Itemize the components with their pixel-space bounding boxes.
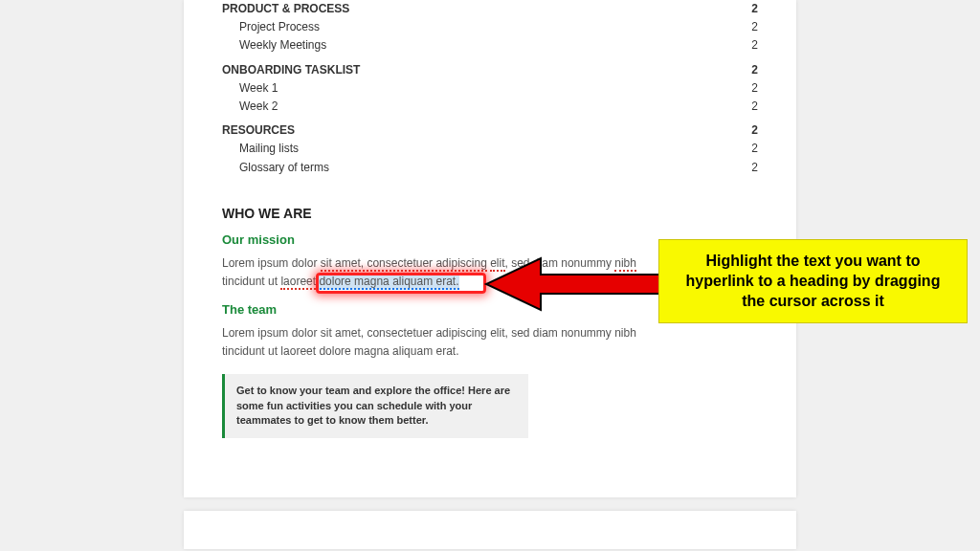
toc-row[interactable]: PRODUCT & PROCESS2 [222, 0, 758, 18]
toc-page-number: 2 [751, 61, 758, 79]
table-of-contents: PRODUCT & PROCESS2Project Process2Weekly… [222, 0, 758, 177]
tip-block[interactable]: Get to know your team and explore the of… [222, 374, 528, 437]
text-spell-error[interactable]: elit [490, 256, 504, 272]
toc-page-number: 2 [751, 0, 758, 18]
toc-row[interactable]: Project Process2 [222, 18, 758, 36]
toc-page-number: 2 [751, 79, 758, 98]
toc-label[interactable]: Mailing lists [222, 140, 299, 158]
toc-page-number: 2 [751, 159, 758, 177]
next-page-edge [184, 511, 796, 549]
toc-row[interactable]: ONBOARDING TASKLIST2 [222, 61, 758, 79]
text-spell-error[interactable]: laoreet [280, 275, 316, 290]
text-spell-error[interactable]: nibh [614, 256, 636, 272]
toc-page-number: 2 [751, 121, 758, 140]
text-grammar-error[interactable]: d [523, 256, 530, 272]
toc-label[interactable]: Week 2 [222, 98, 278, 116]
annotation-callout: Highlight the text you want to hyperlink… [658, 239, 968, 323]
section-heading-who-we-are[interactable]: WHO WE ARE [222, 206, 758, 221]
toc-row[interactable]: Weekly Meetings2 [222, 36, 758, 55]
text-plain[interactable]: , se [505, 256, 523, 270]
text-plain[interactable]: diam nonummy [530, 256, 615, 270]
toc-label[interactable]: ONBOARDING TASKLIST [222, 61, 360, 79]
toc-label[interactable]: Week 1 [222, 79, 278, 98]
toc-row[interactable]: Week 12 [222, 79, 758, 98]
text-plain[interactable]: Lorem ipsum dolor [222, 256, 321, 270]
toc-row[interactable]: RESOURCES2 [222, 121, 758, 140]
toc-label[interactable]: Weekly Meetings [222, 36, 326, 55]
toc-label[interactable]: Glossary of terms [222, 159, 329, 177]
toc-page-number: 2 [751, 18, 758, 36]
text-plain[interactable]: Lorem ipsum dolor sit amet, consectetuer… [222, 326, 636, 340]
selected-text[interactable]: dolore magna aliquam erat. [316, 275, 458, 290]
team-paragraph[interactable]: Lorem ipsum dolor sit amet, consectetuer… [222, 324, 758, 361]
text-plain[interactable]: tincidunt ut [222, 275, 280, 288]
toc-label[interactable]: PRODUCT & PROCESS [222, 0, 349, 18]
toc-page-number: 2 [751, 36, 758, 55]
toc-page-number: 2 [751, 98, 758, 116]
toc-row[interactable]: Mailing lists2 [222, 140, 758, 158]
toc-label[interactable]: RESOURCES [222, 121, 295, 140]
text-spell-error[interactable]: sit amet, consectetuer adipiscing [321, 256, 487, 272]
text-plain[interactable]: tincidunt ut laoreet dolore magna aliqua… [222, 344, 458, 358]
toc-row[interactable]: Glossary of terms2 [222, 159, 758, 177]
toc-page-number: 2 [751, 140, 758, 158]
toc-label[interactable]: Project Process [222, 18, 320, 36]
toc-row[interactable]: Week 22 [222, 98, 758, 116]
